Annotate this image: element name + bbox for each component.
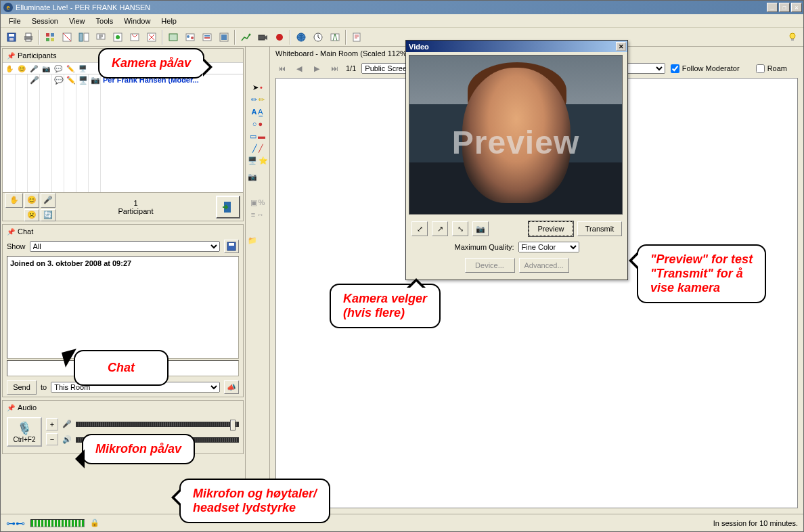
wb-pointer-tool[interactable]: ➤ •	[248, 82, 268, 93]
menu-session[interactable]: Session	[26, 16, 64, 26]
chat-show-select[interactable]: All	[30, 241, 220, 252]
page-indicator: 1/1	[346, 64, 356, 72]
svg-rect-25	[220, 33, 228, 41]
svg-rect-37	[227, 242, 236, 250]
wb-screen-tool[interactable]: 🖥️ ⭐	[248, 155, 268, 166]
speaker-slider-icon: 🔊	[62, 435, 72, 444]
tool-5[interactable]	[76, 29, 92, 45]
wb-oval-tool[interactable]: ○ ●	[248, 118, 268, 129]
pin-icon[interactable]: 📌	[7, 52, 15, 60]
wb-pen-tool[interactable]: ✏ ✏	[248, 94, 268, 105]
participants-header: Participants	[18, 51, 56, 60]
send-button[interactable]: Send	[7, 380, 37, 395]
talk-button[interactable]: 🎙️ Ctrl+F2	[7, 417, 42, 447]
video-collapse-button[interactable]: ⤢	[411, 221, 428, 236]
svg-point-27	[249, 33, 251, 35]
device-button[interactable]: Device...	[465, 258, 515, 273]
transmit-button[interactable]: Transmit	[577, 221, 622, 236]
tool-4[interactable]	[59, 29, 75, 45]
svg-point-34	[790, 33, 795, 39]
svg-rect-24	[204, 37, 210, 39]
print-icon[interactable]	[20, 29, 37, 45]
tool-8[interactable]	[127, 29, 143, 45]
vol-down-button[interactable]: −	[46, 433, 58, 445]
record-icon[interactable]	[271, 29, 288, 45]
follow-moderator-checkbox[interactable]: Follow Moderator	[671, 64, 740, 73]
participants-list[interactable]: 🎤 💬 ✏️ 🖥️ 📷 Per Frank Hansen (Moder...	[3, 74, 243, 192]
tool-9[interactable]	[143, 29, 160, 45]
pin-icon[interactable]: 📌	[7, 228, 15, 236]
tool-3[interactable]	[42, 29, 58, 45]
chat-show-label: Show	[7, 242, 26, 250]
wb-line-tool[interactable]: ╱ ╱	[248, 143, 268, 154]
chat-transcript[interactable]: Joined on 3. oktober 2008 at 09:27	[7, 256, 239, 359]
menu-tools[interactable]: Tools	[91, 16, 119, 26]
svg-rect-6	[46, 33, 49, 37]
wb-text-tool[interactable]: A A̲	[248, 106, 268, 117]
connection-icon: ⊶⊷	[6, 518, 25, 529]
chat-to-label: to	[41, 383, 47, 391]
roam-checkbox[interactable]: Roam	[756, 64, 787, 73]
chat-save-button[interactable]	[224, 240, 239, 253]
advanced-button[interactable]: Advanced...	[519, 258, 569, 273]
menu-file[interactable]: File	[3, 16, 26, 26]
whiteboard-title: Whiteboard - Main Room (Scaled 112%)	[275, 49, 409, 58]
quality-select[interactable]: Fine Color	[518, 242, 579, 252]
wb-camera-tool[interactable]: 📷	[248, 171, 268, 182]
svg-rect-7	[51, 33, 54, 37]
wb-group-tool[interactable]: ▣ %	[248, 197, 268, 208]
wb-folder-tool[interactable]: 📁	[248, 235, 268, 246]
video-snapshot-button[interactable]: 📷	[472, 221, 489, 236]
window-title: Elluminate Live! - PER FRANK HANSEN	[16, 3, 767, 12]
menu-help[interactable]: Help	[156, 16, 182, 26]
help-lightbulb-icon[interactable]	[784, 29, 801, 45]
svg-rect-22	[203, 34, 211, 41]
svg-rect-4	[26, 33, 31, 37]
svg-rect-26	[221, 35, 227, 40]
door-button[interactable]	[216, 196, 240, 219]
notes-icon[interactable]	[349, 29, 365, 45]
wb-align-tool[interactable]: ≡ ↔	[248, 209, 268, 220]
tool-12[interactable]	[199, 29, 215, 45]
nav-last-button[interactable]: ⏭	[328, 64, 340, 72]
whiteboard-tool-column: ➤ • ✏ ✏ A A̲ ○ ● ▭ ▬ ╱ ╱ 🖥️ ⭐ 📷 ▣ % ≡ ↔ …	[246, 47, 270, 514]
vol-up-button[interactable]: +	[46, 418, 58, 430]
chat-header: Chat	[18, 227, 33, 236]
preview-button[interactable]: Preview	[529, 221, 573, 236]
camera-icon[interactable]	[254, 29, 271, 45]
tool-19[interactable]	[327, 29, 343, 45]
tool-7[interactable]	[110, 29, 126, 45]
tool-6[interactable]	[93, 29, 109, 45]
nav-first-button[interactable]: ⏮	[275, 64, 288, 72]
video-resize-button[interactable]: ⤡	[452, 221, 468, 236]
tool-10[interactable]	[165, 29, 181, 45]
video-title: Video	[409, 43, 429, 51]
svg-point-21	[191, 37, 194, 39]
sad-button[interactable]: ☹️	[24, 209, 39, 221]
step-away-button[interactable]: 🔄	[41, 209, 55, 221]
nav-next-button[interactable]: ▶	[311, 64, 323, 73]
video-detach-button[interactable]: ↗	[432, 221, 448, 236]
tool-11[interactable]	[182, 29, 198, 45]
wb-rect-tool[interactable]: ▭ ▬	[248, 131, 268, 141]
raise-mic-button[interactable]: 🎤	[41, 193, 55, 208]
restore-button[interactable]: ❐	[779, 3, 790, 12]
chart-icon[interactable]	[238, 29, 254, 45]
tool-13[interactable]	[216, 29, 232, 45]
menu-view[interactable]: View	[64, 16, 91, 26]
nav-prev-button[interactable]: ◀	[293, 64, 305, 73]
mic-slider[interactable]	[76, 422, 239, 427]
microphone-icon: 🎙️	[17, 421, 32, 436]
happy-button[interactable]: 😊	[24, 193, 39, 208]
minimize-button[interactable]: _	[767, 3, 778, 12]
chat-announce-button[interactable]: 📣	[224, 380, 239, 394]
menu-window[interactable]: Window	[118, 16, 156, 26]
video-close-button[interactable]: ✕	[616, 42, 626, 51]
activity-meter	[30, 519, 85, 527]
clock-icon[interactable]	[310, 29, 326, 45]
pin-icon[interactable]: 📌	[7, 404, 15, 412]
raise-hand-button[interactable]: ✋	[5, 193, 23, 208]
close-button[interactable]: ✕	[791, 3, 802, 12]
save-icon[interactable]	[3, 29, 20, 45]
globe-icon[interactable]	[293, 29, 309, 45]
